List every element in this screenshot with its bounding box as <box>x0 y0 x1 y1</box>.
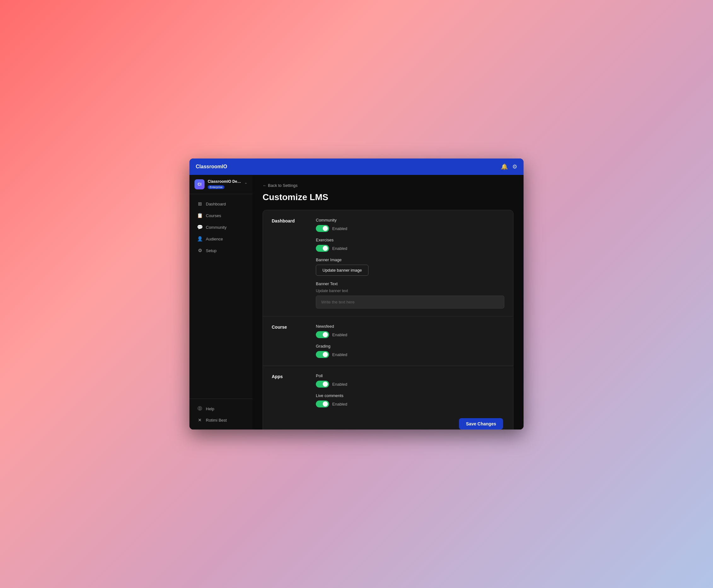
poll-toggle[interactable] <box>316 381 329 387</box>
top-bar-icons: 🔔 ⚙ <box>501 163 517 170</box>
exercises-enabled-text: Enabled <box>332 246 348 251</box>
sidebar-item-courses[interactable]: 📋 Courses <box>192 210 250 221</box>
sidebar-item-user[interactable]: ✕ Rotimi Best <box>192 415 250 425</box>
org-header[interactable]: CI ClassroomIO Developers Enterprise ⌃ <box>189 175 252 194</box>
save-row: Save Changes <box>263 415 513 429</box>
live-comments-enabled-text: Enabled <box>332 402 348 406</box>
sidebar-item-audience-label: Audience <box>206 237 223 241</box>
sidebar: CI ClassroomIO Developers Enterprise ⌃ ⊞… <box>189 175 252 429</box>
grading-toggle-row: Enabled <box>316 351 504 358</box>
poll-enabled-text: Enabled <box>332 382 348 387</box>
live-comments-slider <box>316 400 329 407</box>
org-chevron-icon: ⌃ <box>244 182 248 187</box>
exercises-toggle-row: Enabled <box>316 245 504 252</box>
page-title: Customize LMS <box>263 192 513 202</box>
back-link-text: Back to Settings <box>268 183 297 188</box>
back-link[interactable]: ← Back to Settings <box>263 183 297 188</box>
apps-section-layout: Apps Poll Enabled <box>272 373 504 407</box>
org-avatar: CI <box>194 179 205 189</box>
grading-toggle-group: Grading Enabled <box>316 344 504 358</box>
exercises-label: Exercises <box>316 237 504 242</box>
audience-icon: 👤 <box>197 236 203 242</box>
newsfeed-toggle-group: Newsfeed Enabled <box>316 324 504 338</box>
community-slider <box>316 225 329 232</box>
course-section: Course Newsfeed Enabled <box>263 316 513 365</box>
banner-image-label: Banner Image <box>316 257 504 262</box>
sidebar-item-community[interactable]: 💬 Community <box>192 222 250 233</box>
newsfeed-slider <box>316 331 329 338</box>
newsfeed-enabled-text: Enabled <box>332 333 348 337</box>
sidebar-item-community-label: Community <box>206 225 227 230</box>
grading-toggle[interactable] <box>316 351 329 358</box>
dashboard-section-label: Dashboard <box>272 218 303 309</box>
content-area: ← Back to Settings Customize LMS Dashboa… <box>252 175 524 429</box>
grading-label: Grading <box>316 344 504 349</box>
banner-text-input[interactable] <box>316 296 504 309</box>
banner-text-label: Banner Text <box>316 281 504 286</box>
community-toggle-row: Enabled <box>316 225 504 232</box>
community-label: Community <box>316 218 504 223</box>
community-toggle[interactable] <box>316 225 329 232</box>
sidebar-bottom: ⓪ Help ✕ Rotimi Best <box>189 399 252 429</box>
apps-section: Apps Poll Enabled <box>263 365 513 415</box>
sidebar-item-help[interactable]: ⓪ Help <box>192 403 250 414</box>
community-icon: 💬 <box>197 224 203 230</box>
apps-section-content: Poll Enabled <box>316 373 504 407</box>
community-toggle-group: Community Enabled <box>316 218 504 232</box>
live-comments-toggle[interactable] <box>316 400 329 407</box>
org-badge: Enterprise <box>208 185 225 189</box>
sidebar-help-label: Help <box>206 406 214 411</box>
update-banner-image-button[interactable]: Update banner image <box>316 265 369 276</box>
nav-items: ⊞ Dashboard 📋 Courses 💬 Community 👤 Audi… <box>189 194 252 399</box>
notification-icon[interactable]: 🔔 <box>501 163 508 170</box>
newsfeed-toggle[interactable] <box>316 331 329 338</box>
sidebar-item-setup[interactable]: ⚙ Setup <box>192 245 250 256</box>
back-arrow-icon: ← <box>263 183 267 188</box>
banner-text-sublabel: Update banner text <box>316 289 504 293</box>
user-icon: ✕ <box>197 418 203 423</box>
poll-slider <box>316 381 329 387</box>
course-section-label: Course <box>272 324 303 358</box>
sidebar-item-courses-label: Courses <box>206 213 221 218</box>
newsfeed-toggle-row: Enabled <box>316 331 504 338</box>
org-name: ClassroomIO Developers <box>208 179 241 184</box>
community-enabled-text: Enabled <box>332 226 348 231</box>
dashboard-section-layout: Dashboard Community Enabl <box>272 218 504 309</box>
settings-card: Dashboard Community Enabl <box>263 210 513 429</box>
exercises-slider <box>316 245 329 252</box>
grading-slider <box>316 351 329 358</box>
app-title: ClassroomIO <box>196 164 227 170</box>
poll-toggle-row: Enabled <box>316 381 504 387</box>
banner-image-group: Banner Image Update banner image <box>316 257 504 276</box>
save-changes-button[interactable]: Save Changes <box>459 418 503 429</box>
main-area: CI ClassroomIO Developers Enterprise ⌃ ⊞… <box>189 175 524 429</box>
poll-label: Poll <box>316 373 504 378</box>
course-section-content: Newsfeed Enabled <box>316 324 504 358</box>
newsfeed-label: Newsfeed <box>316 324 504 329</box>
org-initials: CI <box>197 182 202 187</box>
sidebar-item-dashboard[interactable]: ⊞ Dashboard <box>192 198 250 210</box>
dashboard-section: Dashboard Community Enabl <box>263 210 513 316</box>
banner-text-group: Banner Text Update banner text <box>316 281 504 309</box>
sidebar-item-setup-label: Setup <box>206 248 216 253</box>
app-window: ClassroomIO 🔔 ⚙ CI ClassroomIO Developer… <box>189 159 524 429</box>
sidebar-user-label: Rotimi Best <box>206 418 227 423</box>
sidebar-item-dashboard-label: Dashboard <box>206 202 226 206</box>
org-info: ClassroomIO Developers Enterprise <box>208 179 241 189</box>
courses-icon: 📋 <box>197 213 203 218</box>
exercises-toggle-group: Exercises Enabled <box>316 237 504 252</box>
settings-icon[interactable]: ⚙ <box>512 163 517 170</box>
exercises-toggle[interactable] <box>316 245 329 252</box>
top-bar: ClassroomIO 🔔 ⚙ <box>189 159 524 175</box>
poll-toggle-group: Poll Enabled <box>316 373 504 387</box>
live-comments-label: Live comments <box>316 393 504 398</box>
live-comments-toggle-group: Live comments Enabled <box>316 393 504 407</box>
dashboard-icon: ⊞ <box>197 201 203 207</box>
sidebar-item-audience[interactable]: 👤 Audience <box>192 233 250 245</box>
help-icon: ⓪ <box>197 406 203 412</box>
live-comments-toggle-row: Enabled <box>316 400 504 407</box>
apps-section-label: Apps <box>272 373 303 407</box>
setup-icon: ⚙ <box>197 248 203 253</box>
dashboard-section-content: Community Enabled <box>316 218 504 309</box>
grading-enabled-text: Enabled <box>332 352 348 357</box>
